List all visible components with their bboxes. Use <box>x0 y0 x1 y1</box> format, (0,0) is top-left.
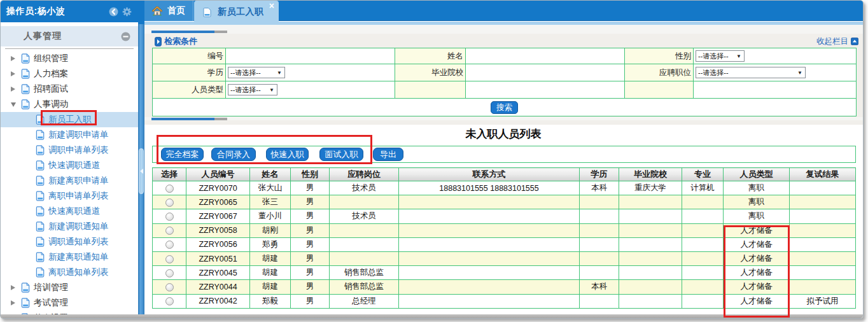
column-header-专业[interactable]: 专业 <box>682 168 724 181</box>
sidebar-item-招聘面试[interactable]: 招聘面试 <box>1 81 138 97</box>
expander-right-icon[interactable] <box>11 284 17 291</box>
column-header-人员类型[interactable]: 人员类型 <box>724 168 790 181</box>
sidebar-item-快速离职通道[interactable]: 快速离职通道 <box>1 204 138 219</box>
column-header-联系方式[interactable]: 联系方式 <box>399 168 580 181</box>
sidebar-item-快速调职通道[interactable]: 快速调职通道 <box>1 158 138 173</box>
sidebar-item-新建离职通知单[interactable]: 新建离职通知单 <box>1 249 138 265</box>
sidebar-item-label: 人事调动 <box>34 99 68 110</box>
toolbar-button-面试入职[interactable]: 面试入职 <box>319 148 363 161</box>
expander-right-icon[interactable] <box>11 55 17 62</box>
row-radio-button[interactable] <box>165 199 174 207</box>
sidebar-item-label: 新建离职申请单 <box>48 175 109 186</box>
education-select[interactable]: --请选择--▼ <box>228 67 285 78</box>
expander-right-icon[interactable] <box>11 300 17 306</box>
tab-new-employee[interactable]: 新员工入职 × <box>194 1 279 25</box>
cell-毕业院校 <box>619 223 682 237</box>
sidebar-item-人力档案[interactable]: 人力档案 <box>1 66 138 81</box>
column-header-学历[interactable]: 学历 <box>580 168 619 181</box>
gear-icon[interactable] <box>122 7 132 17</box>
cell-复试结果 <box>790 181 856 195</box>
personType-select[interactable]: --请选择--▼ <box>228 84 277 95</box>
column-header-选择[interactable]: 选择 <box>153 168 186 181</box>
sidebar-group-header[interactable]: 人事管理 <box>1 26 138 46</box>
cell-应聘岗位: 总经理 <box>330 294 399 308</box>
toolbar-button-导出[interactable]: 导出 <box>373 148 403 161</box>
sidebar-item-新建调职申请单[interactable]: 新建调职申请单 <box>1 127 138 143</box>
dropdown-caret-icon: ▼ <box>797 70 802 76</box>
cell-人员类型: 离职 <box>724 209 790 223</box>
sidebar-item-label: 招聘面试 <box>34 83 68 95</box>
row-radio-button[interactable] <box>165 283 174 291</box>
row-radio-button[interactable] <box>165 255 174 263</box>
code-input[interactable] <box>228 50 388 62</box>
column-header-应聘岗位[interactable]: 应聘岗位 <box>330 168 399 181</box>
scrollbar-thumb[interactable] <box>151 31 214 33</box>
tab-close-icon[interactable]: × <box>269 1 274 10</box>
cell-人员编号: ZZRY0065 <box>186 195 250 209</box>
sidebar-item-新建离职申请单[interactable]: 新建离职申请单 <box>1 173 138 188</box>
expander-down-icon[interactable] <box>11 101 17 108</box>
search-button[interactable]: 搜索 <box>491 101 518 114</box>
cell-应聘岗位 <box>330 195 399 209</box>
school-input[interactable] <box>468 67 618 78</box>
expander-right-icon[interactable] <box>11 71 17 77</box>
sidebar-item-新建调职通知单[interactable]: 新建调职通知单 <box>1 219 138 234</box>
column-header-复试结果[interactable]: 复试结果 <box>790 168 856 181</box>
home-icon <box>152 6 162 16</box>
sidebar-item-考试管理[interactable]: 考试管理 <box>1 295 138 311</box>
row-radio-button[interactable] <box>165 227 174 235</box>
cell-姓名: 张大山 <box>250 181 291 195</box>
toolbar-button-快速入职[interactable]: 快速入职 <box>266 148 309 161</box>
sidebar-item-调职申请单列表[interactable]: 调职申请单列表 <box>1 143 138 158</box>
sidebar-splitter[interactable] <box>138 1 144 316</box>
tab-home[interactable]: 首页 <box>144 1 193 21</box>
sidebar-item-离职通知单列表[interactable]: 离职通知单列表 <box>1 265 138 280</box>
collapse-up-icon <box>851 38 858 45</box>
column-header-姓名[interactable]: 姓名 <box>250 168 291 181</box>
cell-毕业院校 <box>619 280 682 294</box>
back-circle-icon[interactable] <box>109 7 118 17</box>
toolbar-button-合同录入[interactable]: 合同录入 <box>211 148 256 161</box>
document-icon <box>36 191 45 201</box>
sidebar-item-人事调动[interactable]: 人事调动 <box>1 97 138 112</box>
collapse-section-link[interactable]: 收起栏目 <box>816 36 858 47</box>
triangle-shape <box>11 285 15 290</box>
dropdown-caret-icon: ▼ <box>269 87 274 93</box>
horizontal-scrollbar-top[interactable] <box>151 31 227 33</box>
column-header-毕业院校[interactable]: 毕业院校 <box>619 168 682 181</box>
sidebar-item-调职通知单列表[interactable]: 调职通知单列表 <box>1 234 138 249</box>
row-radio-button[interactable] <box>165 297 174 305</box>
toolbar-button-完全档案[interactable]: 完全档案 <box>161 148 204 161</box>
sidebar-item-新员工入职[interactable]: 新员工入职 <box>1 112 138 127</box>
sidebar-item-label: 新员工入职 <box>48 114 92 125</box>
column-header-人员编号[interactable]: 人员编号 <box>186 168 250 181</box>
sidebar-item-培训管理[interactable]: 培训管理 <box>1 280 138 295</box>
cell-应聘岗位: 销售部总监 <box>330 266 399 280</box>
document-icon <box>21 99 30 109</box>
form-field-cell-position: --请选择--▼ <box>694 64 857 81</box>
row-radio-button[interactable] <box>165 213 174 221</box>
gender-select[interactable]: --请选择--▼ <box>696 50 745 62</box>
sidebar-item-label: 新建调职申请单 <box>48 129 109 141</box>
sidebar-item-组织管理[interactable]: 组织管理 <box>1 51 138 66</box>
cell-学历: 本科 <box>580 280 619 294</box>
column-header-性别[interactable]: 性别 <box>291 168 330 181</box>
cell-联系方式 <box>399 237 580 251</box>
cell-复试结果 <box>790 209 856 223</box>
splitter-handle[interactable] <box>139 148 144 194</box>
row-radio-button[interactable] <box>165 185 174 193</box>
row-radio-button[interactable] <box>165 241 174 249</box>
cell-复试结果 <box>790 223 856 237</box>
collapse-minus-icon[interactable] <box>121 32 130 41</box>
tab-home-label: 首页 <box>167 5 185 17</box>
position-select[interactable]: --请选择--▼ <box>696 67 806 78</box>
name-input[interactable] <box>468 50 618 62</box>
form-field-cell-personType: --请选择--▼ <box>226 81 395 99</box>
form-label-code: 编号 <box>153 48 226 64</box>
row-radio-button[interactable] <box>165 269 174 277</box>
row-select-cell <box>153 223 186 237</box>
expander-right-icon[interactable] <box>11 86 17 92</box>
tab-new-employee-label: 新员工入职 <box>218 6 264 18</box>
cell-毕业院校 <box>619 266 682 280</box>
sidebar-item-离职申请单列表[interactable]: 离职申请单列表 <box>1 188 138 204</box>
